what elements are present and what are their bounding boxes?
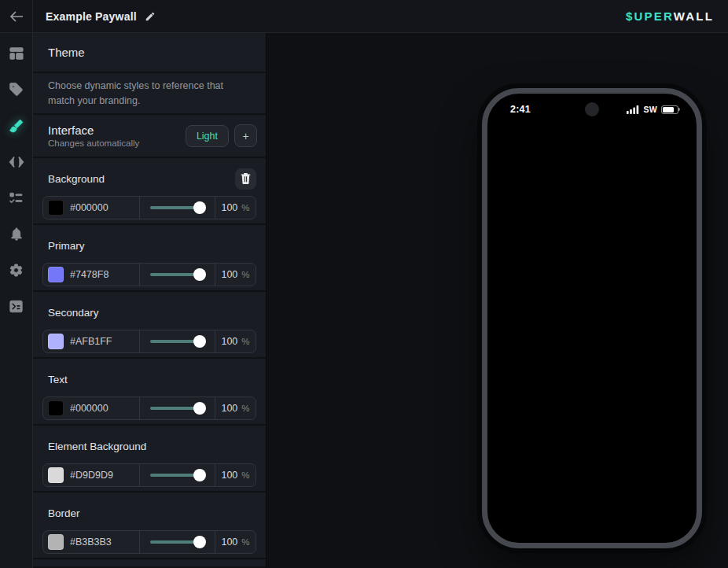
opacity-value: 100: [221, 470, 237, 481]
interface-title: Interface: [48, 124, 139, 137]
hex-input[interactable]: [70, 269, 131, 280]
phone-screen[interactable]: 2:41 SW: [488, 94, 696, 542]
color-section-element-background: Element Background100%: [33, 426, 266, 491]
color-section-border: Border100%: [33, 492, 266, 558]
color-label: Element Background: [48, 441, 146, 452]
hex-input[interactable]: [70, 470, 131, 481]
color-section-head: Background: [42, 168, 256, 190]
preview-canvas: 2:41 SW: [267, 33, 728, 568]
edit-title-button[interactable]: [145, 11, 156, 22]
color-section-head: Border: [42, 502, 256, 524]
swatch-cell: [43, 264, 139, 286]
opacity-unit: %: [241, 203, 249, 212]
opacity-slider[interactable]: [139, 397, 215, 419]
interface-mode-button[interactable]: Light: [186, 125, 229, 147]
sidebar-item-checklist[interactable]: [6, 188, 27, 208]
opacity-slider[interactable]: [139, 264, 215, 286]
interface-titles: Interface Changes automatically: [48, 124, 139, 148]
topbar-left: Example Paywall: [0, 0, 156, 32]
panel-description-section: Choose dynamic styles to reference that …: [33, 73, 266, 113]
theme-panel: Theme Choose dynamic styles to reference…: [33, 33, 267, 568]
sidebar-item-code[interactable]: [6, 152, 27, 172]
color-swatch[interactable]: [48, 400, 64, 416]
swatch-cell: [43, 464, 139, 486]
opacity-unit: %: [241, 404, 249, 413]
layout-icon: [9, 46, 24, 61]
swatch-cell: [43, 531, 139, 553]
slider-track[interactable]: [150, 273, 204, 276]
delete-color-button[interactable]: [235, 168, 256, 190]
sidebar-item-theme[interactable]: [6, 116, 27, 135]
slider-track[interactable]: [150, 540, 204, 544]
terminal-icon: [9, 300, 24, 313]
slider-track[interactable]: [150, 206, 204, 209]
slider-track[interactable]: [150, 340, 204, 343]
interface-section: Interface Changes automatically Light +: [33, 115, 266, 157]
opacity-value-cell: 100%: [215, 330, 256, 352]
carrier-label: SW: [643, 105, 657, 114]
battery-nub: [678, 108, 680, 111]
opacity-slider[interactable]: [139, 531, 215, 553]
slider-thumb[interactable]: [193, 268, 206, 281]
opacity-value-cell: 100%: [215, 264, 256, 286]
color-row: 100%: [42, 263, 256, 286]
trash-icon: [241, 173, 251, 184]
color-row: 100%: [42, 396, 256, 420]
next-section-stub: [33, 559, 266, 566]
tag-icon: [9, 82, 24, 97]
status-icons: SW: [627, 105, 678, 114]
superwall-logo: $UPERWALL: [626, 9, 728, 23]
pencil-icon: [145, 11, 156, 22]
color-label: Primary: [48, 240, 85, 252]
interface-subtitle: Changes automatically: [48, 138, 139, 148]
code-icon: [9, 156, 24, 168]
panel-title: Theme: [48, 46, 85, 59]
color-section-primary: Primary100%: [33, 225, 266, 290]
slider-thumb[interactable]: [193, 469, 206, 481]
slider-track[interactable]: [150, 474, 204, 477]
phone-mockup: 2:41 SW: [482, 88, 702, 548]
color-swatch[interactable]: [48, 200, 64, 216]
opacity-slider[interactable]: [139, 330, 215, 352]
color-swatch[interactable]: [48, 467, 64, 483]
opacity-value: 100: [221, 403, 237, 414]
opacity-unit: %: [241, 470, 249, 480]
sidebar-item-terminal[interactable]: [6, 297, 27, 316]
color-swatch[interactable]: [48, 267, 64, 282]
slider-thumb[interactable]: [193, 335, 206, 348]
color-label: Border: [48, 507, 80, 519]
color-label: Text: [48, 374, 68, 385]
sidebar-item-notifications[interactable]: [6, 224, 27, 244]
add-interface-button[interactable]: +: [234, 124, 257, 147]
paint-brush-icon: [9, 118, 24, 134]
back-button[interactable]: [0, 0, 33, 32]
checklist-icon: [9, 191, 24, 205]
color-section-secondary: Secondary100%: [33, 292, 266, 357]
signal-bars-icon: [627, 105, 639, 114]
color-swatch[interactable]: [48, 334, 64, 349]
opacity-value: 100: [221, 537, 237, 548]
hex-input[interactable]: [70, 336, 131, 347]
color-label: Secondary: [48, 307, 99, 319]
battery-icon: [661, 105, 678, 114]
sidebar-item-layout[interactable]: [6, 43, 27, 63]
gear-icon: [9, 263, 24, 278]
opacity-slider[interactable]: [139, 464, 215, 486]
slider-thumb[interactable]: [193, 201, 206, 214]
opacity-slider[interactable]: [139, 197, 215, 219]
color-row: 100%: [42, 196, 256, 219]
slider-thumb[interactable]: [193, 402, 206, 415]
hex-input[interactable]: [70, 202, 131, 213]
sidebar-item-settings[interactable]: [6, 260, 27, 280]
bell-icon: [9, 227, 24, 242]
hex-input[interactable]: [70, 403, 131, 414]
slider-thumb[interactable]: [193, 536, 206, 548]
opacity-value-cell: 100%: [215, 397, 256, 419]
sidebar-item-tags[interactable]: [6, 79, 27, 99]
battery-fill: [663, 107, 674, 112]
hex-input[interactable]: [70, 537, 131, 548]
slider-track[interactable]: [150, 407, 204, 410]
camera-dot: [585, 102, 599, 116]
color-swatch[interactable]: [48, 534, 64, 550]
swatch-cell: [43, 397, 139, 419]
